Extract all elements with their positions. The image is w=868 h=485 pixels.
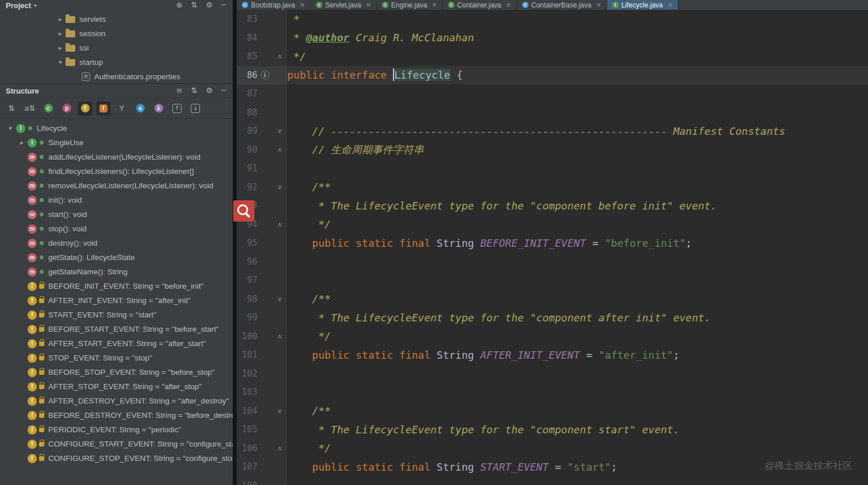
structure-item[interactable]: fCONFIGURE_STOP_EVENT: String = "configu…	[0, 451, 233, 465]
chevron-expanded-icon[interactable]: ▾	[55, 59, 65, 66]
locate-file-icon[interactable]: ⊕	[176, 1, 183, 10]
project-tree-item[interactable]: ▸session	[0, 26, 233, 41]
fold-end-icon[interactable]: ∧	[272, 52, 287, 60]
tab-close-icon[interactable]: ×	[432, 1, 437, 9]
tab-bootstrap-java[interactable]: CBootstrap.java×	[237, 0, 311, 10]
expand-all-icon[interactable]: ≡	[176, 86, 183, 95]
line-number[interactable]: 105	[237, 424, 257, 434]
panel-splitter[interactable]	[233, 0, 237, 485]
structure-item[interactable]: fBEFORE_DESTROY_EVENT: String = "before_…	[0, 408, 233, 422]
line-number[interactable]: 106	[237, 443, 257, 453]
filter-icon[interactable]: Y	[115, 102, 129, 115]
line-number[interactable]: 95	[237, 238, 257, 248]
autoscroll-to-source-icon[interactable]: ↑	[170, 102, 184, 115]
fold-start-icon[interactable]: ∨	[272, 127, 287, 135]
structure-item[interactable]: fBEFORE_STOP_EVENT: String = "before_sto…	[0, 365, 233, 379]
line-number[interactable]: 85	[237, 51, 257, 61]
fold-start-icon[interactable]: ∨	[272, 295, 287, 303]
show-properties-icon[interactable]: p	[60, 102, 74, 115]
structure-item[interactable]: fAFTER_STOP_EVENT: String = "after_stop"	[0, 379, 233, 394]
code-line-95[interactable]: 95 public static final String BEFORE_INI…	[237, 234, 868, 253]
line-number[interactable]: 86	[237, 70, 257, 80]
tab-engine-java[interactable]: IEngine.java×	[377, 0, 443, 10]
structure-item[interactable]: mstart(): void	[0, 207, 233, 222]
code-line-97[interactable]: 97	[237, 271, 868, 290]
line-number[interactable]: 108	[237, 480, 257, 485]
structure-item[interactable]: fAFTER_START_EVENT: String = "after_star…	[0, 336, 233, 351]
settings-gear-icon[interactable]: ⚙	[206, 1, 213, 10]
chevron-collapsed-icon[interactable]: ▸	[55, 44, 65, 52]
project-tree-item[interactable]: ▾startup	[0, 55, 233, 69]
project-tree-item[interactable]: ▸servlets	[0, 12, 233, 26]
structure-item[interactable]: mdestroy(): void	[0, 236, 233, 250]
collapse-all-icon[interactable]: ⇅	[191, 1, 198, 10]
fold-start-icon[interactable]: ∨	[272, 407, 287, 415]
structure-item[interactable]: ▸ISingleUse	[0, 135, 233, 150]
line-number[interactable]: 83	[237, 14, 257, 24]
structure-item[interactable]: fBEFORE_START_EVENT: String = "before_st…	[0, 322, 233, 336]
structure-item[interactable]: fSTART_EVENT: String = "start"	[0, 308, 233, 322]
sort-alphabetically-icon[interactable]: a⇅	[23, 102, 37, 115]
structure-item[interactable]: fPERIODIC_EVENT: String = "periodic"	[0, 422, 233, 437]
fold-end-icon[interactable]: ∧	[272, 146, 287, 154]
tab-servlet-java[interactable]: IServlet.java×	[311, 0, 377, 10]
line-number[interactable]: 92	[237, 182, 257, 192]
line-number[interactable]: 90	[237, 145, 257, 155]
line-number[interactable]: 89	[237, 126, 257, 136]
code-line-99[interactable]: 99 * The LifecycleEvent type for the "co…	[237, 308, 868, 327]
code-line-88[interactable]: 88	[237, 103, 868, 122]
structure-item[interactable]: mfindLifecycleListeners(): LifecycleList…	[0, 164, 233, 179]
tab-close-icon[interactable]: ×	[506, 1, 511, 9]
code-line-85[interactable]: 85∧ */	[237, 47, 868, 66]
show-classes-icon[interactable]: c	[41, 102, 55, 115]
chevron-collapsed-icon[interactable]: ▸	[55, 15, 65, 23]
line-number[interactable]: 104	[237, 406, 257, 416]
line-number[interactable]: 96	[237, 257, 257, 267]
settings-gear-icon[interactable]: ⚙	[206, 86, 213, 95]
line-number[interactable]: 101	[237, 350, 257, 360]
code-line-96[interactable]: 96	[237, 253, 868, 271]
structure-item[interactable]: fSTOP_EVENT: String = "stop"	[0, 351, 233, 365]
structure-item[interactable]: mgetStateName(): String	[0, 265, 233, 279]
implemented-marker-icon[interactable]: ↓	[257, 71, 272, 79]
structure-item[interactable]: ▾ILifecycle	[0, 121, 233, 135]
code-line-108[interactable]: 108	[237, 476, 868, 485]
sort-by-type-icon[interactable]: ⇅	[5, 102, 18, 115]
fold-end-icon[interactable]: ∧	[272, 332, 287, 340]
tab-close-icon[interactable]: ×	[668, 1, 673, 9]
code-line-101[interactable]: 101 public static final String AFTER_INI…	[237, 346, 868, 364]
structure-item[interactable]: maddLifecycleListener(LifecycleListener)…	[0, 150, 233, 164]
chevron-expanded-icon[interactable]: ▾	[5, 125, 16, 132]
fold-end-icon[interactable]: ∧	[272, 444, 287, 452]
code-line-84[interactable]: 84 * @author Craig R. McClanahan	[237, 29, 868, 48]
line-number[interactable]: 103	[237, 387, 257, 397]
autoscroll-from-source-icon[interactable]: ↓	[188, 102, 202, 115]
project-tree-item[interactable]: ≡Authenticators.properties	[0, 69, 233, 84]
code-line-103[interactable]: 103	[237, 383, 868, 402]
code-line-90[interactable]: 90∧ // 生命周期事件字符串	[237, 141, 868, 160]
line-number[interactable]: 91	[237, 163, 257, 173]
code-area[interactable]: 83 *84 * @author Craig R. McClanahan85∧ …	[237, 10, 868, 485]
code-line-94[interactable]: 94∧ */	[237, 215, 868, 234]
fold-start-icon[interactable]: ∨	[272, 183, 287, 191]
structure-item[interactable]: mremoveLifecycleListener(LifecycleListen…	[0, 179, 233, 193]
line-number[interactable]: 97	[237, 275, 257, 285]
show-anonymous-classes-icon[interactable]: a	[133, 102, 147, 115]
collapse-all-icon[interactable]: ⇅	[191, 86, 198, 95]
code-line-98[interactable]: 98∨ /**	[237, 290, 868, 309]
code-line-104[interactable]: 104∨ /**	[237, 402, 868, 421]
chevron-collapsed-icon[interactable]: ▸	[55, 30, 65, 37]
code-line-100[interactable]: 100∧ */	[237, 327, 868, 346]
code-line-106[interactable]: 106∧ */	[237, 439, 868, 458]
code-line-105[interactable]: 105 * The LifecycleEvent type for the "c…	[237, 420, 868, 439]
tab-close-icon[interactable]: ×	[596, 1, 601, 9]
show-inherited-fields-icon[interactable]: f	[97, 102, 110, 115]
line-number[interactable]: 107	[237, 461, 257, 472]
tab-container-java[interactable]: IContainer.java×	[443, 0, 517, 10]
structure-item[interactable]: fCONFIGURE_START_EVENT: String = "config…	[0, 437, 233, 451]
code-line-86[interactable]: 86↓public interface Lifecycle {	[237, 66, 868, 85]
structure-item[interactable]: mgetState(): LifecycleState	[0, 250, 233, 265]
structure-item[interactable]: minit(): void	[0, 193, 233, 207]
code-line-87[interactable]: 87	[237, 84, 868, 103]
hide-panel-icon[interactable]: ─	[221, 86, 226, 95]
